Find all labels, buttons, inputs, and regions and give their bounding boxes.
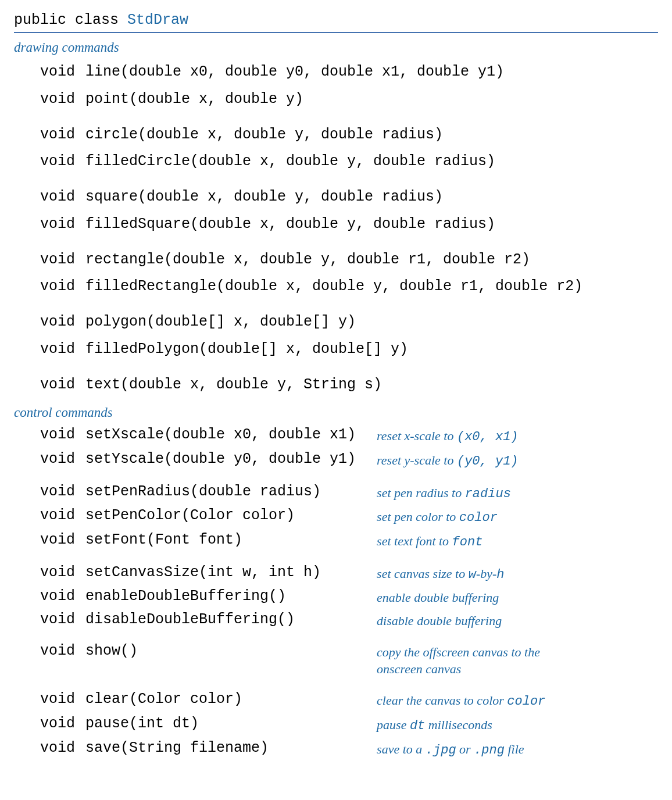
return-type: void xyxy=(14,715,85,732)
method-row: voidpoint(double x, double y) xyxy=(14,86,658,113)
method-row: voidpolygon(double[] x, double[] y) xyxy=(14,309,658,336)
class-name: StdDraw xyxy=(127,12,188,28)
class-keyword: public class xyxy=(14,12,127,28)
return-type: void xyxy=(14,61,85,84)
return-type: void xyxy=(14,451,85,467)
inline-code: h xyxy=(496,567,504,582)
inline-code: font xyxy=(452,535,483,549)
method-description: enable double buffering xyxy=(356,585,569,609)
method-signature: setPenColor(Color color) xyxy=(85,507,295,524)
method-signature: disableDoubleBuffering() xyxy=(85,611,295,628)
method-row: voidtext(double x, double y, String s) xyxy=(14,372,658,399)
method-row: voidpause(int dt) xyxy=(14,713,356,737)
return-type: void xyxy=(14,611,85,628)
method-signature: setFont(Font font) xyxy=(85,531,242,548)
return-type: void xyxy=(14,186,85,209)
method-row: voidsetCanvasSize(int w, int h) xyxy=(14,562,356,586)
drawing-commands-list: voidline(double x0, double y0, double x1… xyxy=(14,59,658,398)
inline-code: w xyxy=(469,567,476,582)
method-signature: square(double x, double y, double radius… xyxy=(85,186,443,209)
method-signature: show() xyxy=(85,642,138,659)
method-description: set pen radius to radius xyxy=(356,481,569,505)
method-row: voidsetPenRadius(double radius) xyxy=(14,481,356,505)
method-signature: filledSquare(double x, double y, double … xyxy=(85,213,495,236)
method-signature: filledCircle(double x, double y, double … xyxy=(85,151,495,173)
method-description: reset x-scale to (x0, x1) xyxy=(356,424,569,448)
inline-code: .jpg xyxy=(426,743,456,758)
method-signature: setPenRadius(double radius) xyxy=(85,483,321,500)
gap-row xyxy=(14,473,658,481)
method-description: set text font to font xyxy=(356,529,569,553)
return-type: void xyxy=(14,276,85,298)
method-row: voidfilledCircle(double x, double y, dou… xyxy=(14,148,658,176)
return-type: void xyxy=(14,588,85,605)
gap-row xyxy=(14,113,658,122)
method-signature: setYscale(double y0, double y1) xyxy=(85,451,356,467)
return-type: void xyxy=(14,311,85,334)
method-signature: line(double x0, double y0, double x1, do… xyxy=(85,61,504,84)
method-signature: enableDoubleBuffering() xyxy=(85,588,286,605)
method-row: voidline(double x0, double y0, double x1… xyxy=(14,59,658,86)
return-type: void xyxy=(14,507,85,524)
inline-code: color xyxy=(507,694,545,709)
method-signature: setCanvasSize(int w, int h) xyxy=(85,564,321,581)
method-row: voidclear(Color color) xyxy=(14,688,356,713)
method-description: set canvas size to w-by-h xyxy=(356,562,569,586)
method-signature: point(double x, double y) xyxy=(85,88,303,111)
inline-code: radius xyxy=(465,487,511,501)
method-signature: polygon(double[] x, double[] y) xyxy=(85,311,356,334)
method-row: voidsetPenColor(Color color) xyxy=(14,505,356,529)
method-description: set pen color to color xyxy=(356,505,569,529)
method-signature: pause(int dt) xyxy=(85,715,199,732)
inline-code: (x0, x1) xyxy=(457,430,519,444)
return-type: void xyxy=(14,531,85,548)
return-type: void xyxy=(14,642,85,659)
method-description: copy the offscreen canvas to the onscree… xyxy=(356,640,569,680)
return-type: void xyxy=(14,691,85,708)
method-row: voidenableDoubleBuffering() xyxy=(14,585,356,609)
method-description: save to a .jpg or .png file xyxy=(356,737,569,762)
method-signature: text(double x, double y, String s) xyxy=(85,374,382,397)
method-row: voidcircle(double x, double y, double ra… xyxy=(14,122,658,149)
method-description: pause dt milliseconds xyxy=(356,713,569,737)
return-type: void xyxy=(14,426,85,443)
inline-code: color xyxy=(459,510,498,525)
method-signature: filledPolygon(double[] x, double[] y) xyxy=(85,338,408,361)
method-description: reset y-scale to (y0, y1) xyxy=(356,448,569,473)
gap-row xyxy=(14,680,658,688)
method-row: voidsetYscale(double y0, double y1) xyxy=(14,448,356,473)
method-signature: rectangle(double x, double y, double r1,… xyxy=(85,249,530,272)
gap-row xyxy=(14,363,658,372)
method-row: voidsave(String filename) xyxy=(14,737,356,762)
method-description: disable double buffering xyxy=(356,609,569,632)
method-row: voidfilledPolygon(double[] x, double[] y… xyxy=(14,336,658,363)
section-label-drawing: drawing commands xyxy=(14,40,658,55)
method-row: voidfilledRectangle(double x, double y, … xyxy=(14,273,658,301)
class-header: public class StdDraw xyxy=(14,12,658,33)
return-type: void xyxy=(14,374,85,397)
method-signature: filledRectangle(double x, double y, doub… xyxy=(85,276,582,298)
method-signature: setXscale(double x0, double x1) xyxy=(85,426,356,443)
method-row: voidfilledSquare(double x, double y, dou… xyxy=(14,211,658,238)
return-type: void xyxy=(14,88,85,111)
method-signature: save(String filename) xyxy=(85,740,269,756)
method-row: voidshow() xyxy=(14,640,356,680)
method-row: voidsetFont(Font font) xyxy=(14,529,356,553)
inline-code: (y0, y1) xyxy=(457,454,519,469)
gap-row xyxy=(14,238,658,247)
method-signature: clear(Color color) xyxy=(85,691,242,708)
gap-row xyxy=(14,632,658,640)
inline-code: dt xyxy=(410,719,425,733)
return-type: void xyxy=(14,564,85,581)
return-type: void xyxy=(14,740,85,756)
return-type: void xyxy=(14,213,85,236)
return-type: void xyxy=(14,151,85,173)
return-type: void xyxy=(14,338,85,361)
inline-code: .png xyxy=(474,743,505,758)
gap-row xyxy=(14,301,658,309)
control-commands-list: voidsetXscale(double x0, double x1)reset… xyxy=(14,424,658,761)
method-row: voidsetXscale(double x0, double x1) xyxy=(14,424,356,448)
return-type: void xyxy=(14,249,85,272)
return-type: void xyxy=(14,483,85,500)
return-type: void xyxy=(14,124,85,147)
